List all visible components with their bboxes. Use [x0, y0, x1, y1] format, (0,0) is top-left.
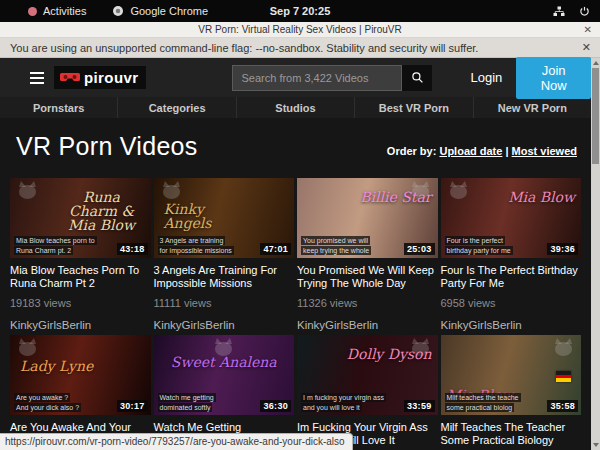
- scrollbar-thumb[interactable]: [592, 68, 599, 164]
- scrollbar-up-arrow[interactable]: [591, 58, 600, 68]
- duration-badge: 39:36: [547, 243, 578, 255]
- hamburger-menu-icon[interactable]: [30, 72, 44, 84]
- video-grid: Runa Charm & Mia Blow Mia Blow teaches p…: [10, 178, 581, 450]
- screen: Activities Google Chrome Sep 7 20:25 VR …: [0, 0, 600, 450]
- video-thumbnail[interactable]: Dolly Dyson I m fucking your virgin assa…: [297, 335, 438, 415]
- caption-line: You promised we will: [301, 236, 370, 245]
- clock[interactable]: Sep 7 20:25: [0, 5, 600, 17]
- login-link[interactable]: Login: [470, 70, 502, 85]
- thumbnail-caption: You promised we willkeep trying the whol…: [301, 236, 402, 255]
- power-icon[interactable]: [579, 6, 590, 17]
- studio-link[interactable]: KinkyGirlsBerlin: [441, 319, 582, 331]
- caption-line: birthday party for me: [445, 246, 513, 255]
- caption-line: Milf teaches the teache: [445, 393, 521, 402]
- video-title[interactable]: Milf Teaches The Teacher Some Practical …: [441, 421, 582, 447]
- order-by-label: Order by:: [387, 145, 437, 157]
- thumbnail-overlay-name: Runa Charm & Mia Blow: [59, 190, 145, 232]
- nav-best-vr-porn[interactable]: Best VR Porn: [354, 97, 472, 118]
- caption-line: Mia Blow teaches porn to: [14, 236, 97, 245]
- duration-badge: 43:18: [117, 243, 148, 255]
- tab-close-icon[interactable]: ✕: [584, 24, 592, 35]
- german-flag-icon: [556, 371, 571, 382]
- video-card[interactable]: Mia Blow Four is the perfectbirthday par…: [441, 178, 582, 331]
- video-card[interactable]: Runa Charm & Mia Blow Mia Blow teaches p…: [10, 178, 151, 331]
- scrollbar-down-arrow[interactable]: [591, 440, 600, 450]
- warning-close-icon[interactable]: ✕: [582, 41, 591, 54]
- caption-line: 3 Angels are training: [158, 236, 226, 245]
- video-thumbnail[interactable]: Runa Charm & Mia Blow Mia Blow teaches p…: [10, 178, 151, 258]
- thumbnail-caption: Watch me gettingdominated softly: [158, 393, 259, 412]
- thumbnail-overlay-name: Dolly Dyson: [347, 347, 432, 361]
- search-bar: [232, 65, 432, 91]
- page-title: VR Porn Videos: [16, 132, 198, 161]
- caption-line: I m fucking your virgin ass: [301, 393, 386, 402]
- search-input[interactable]: [232, 65, 402, 91]
- network-icon[interactable]: [553, 6, 565, 17]
- duration-badge: 25:03: [404, 243, 435, 255]
- order-by: Order by: Upload date | Most viewed: [387, 145, 577, 157]
- video-thumbnail[interactable]: Billie Star You promised we willkeep try…: [297, 178, 438, 258]
- thumbnail-caption: 3 Angels are trainingfor impossible miss…: [158, 236, 259, 255]
- studio-cat-logo-icon: [163, 185, 180, 199]
- thumbnail-caption: Milf teaches the teachesome practical bi…: [445, 393, 546, 412]
- video-card[interactable]: Kinky Angels 3 Angels are trainingfor im…: [154, 178, 295, 331]
- video-title[interactable]: Four Is The Perfect Birthday Party For M…: [441, 264, 582, 290]
- search-icon: [411, 71, 424, 84]
- view-count: 6958 views: [441, 297, 582, 309]
- duration-badge: 33:59: [404, 400, 435, 412]
- thumbnail-caption: Four is the perfectbirthday party for me: [445, 236, 546, 255]
- main-content: VR Porn Videos Order by: Upload date | M…: [0, 132, 591, 450]
- duration-badge: 35:58: [547, 400, 578, 412]
- video-thumbnail[interactable]: Sweet Analena Watch me gettingdominated …: [154, 335, 295, 415]
- tab-title: VR Porn: Virtual Reality Sex Videos | Pi…: [198, 24, 401, 35]
- thumbnail-overlay-name: Lady Lyne: [20, 359, 93, 373]
- video-title[interactable]: Mia Blow Teaches Porn To Runa Charm Pt 2: [10, 264, 151, 290]
- caption-line: and you will love it: [301, 403, 362, 412]
- search-button[interactable]: [402, 65, 432, 91]
- site-header: pirouvr Login Join Now: [0, 58, 591, 97]
- status-url-bubble: https://pirouvr.com/vr-porn-video/779325…: [0, 433, 353, 450]
- video-thumbnail[interactable]: Mia Blow Four is the perfectbirthday par…: [441, 178, 582, 258]
- caption-line: Watch me getting: [158, 393, 216, 402]
- caption-line: for impossible missions: [158, 246, 234, 255]
- video-thumbnail[interactable]: Mia Blow Milf teaches the teachesome pra…: [441, 335, 582, 415]
- video-title[interactable]: 3 Angels Are Training For Impossible Mis…: [154, 264, 295, 290]
- view-count: 19183 views: [10, 297, 151, 309]
- main-nav: Pornstars Categories Studios Best VR Por…: [0, 97, 591, 118]
- nav-studios[interactable]: Studios: [236, 97, 354, 118]
- studio-link[interactable]: KinkyGirlsBerlin: [10, 319, 151, 331]
- order-most-viewed-link[interactable]: Most viewed: [512, 145, 577, 157]
- caption-line: dominated softly: [158, 403, 213, 412]
- nav-categories[interactable]: Categories: [117, 97, 235, 118]
- warning-infobar: You are using an unsupported command-lin…: [0, 38, 600, 58]
- order-separator: |: [505, 145, 508, 157]
- title-row: VR Porn Videos Order by: Upload date | M…: [16, 132, 577, 162]
- video-thumbnail[interactable]: Lady Lyne Are you awake ?And your dick a…: [10, 335, 151, 415]
- order-upload-date-link[interactable]: Upload date: [439, 145, 502, 157]
- thumbnail-caption: Mia Blow teaches porn toRuna Charm pt. 2: [14, 236, 115, 255]
- studio-cat-logo-icon: [19, 342, 36, 356]
- studio-link[interactable]: KinkyGirlsBerlin: [154, 319, 295, 331]
- web-viewport: pirouvr Login Join Now Pornstars Categor…: [0, 58, 600, 450]
- logo-text: pirouvr: [84, 69, 138, 86]
- thumbnail-caption: Are you awake ?And your dick also ?: [14, 393, 115, 412]
- video-title[interactable]: You Promised We Will Keep Trying The Who…: [297, 264, 438, 290]
- video-thumbnail[interactable]: Kinky Angels 3 Angels are trainingfor im…: [154, 178, 295, 258]
- nav-new-vr-porn[interactable]: New VR Porn: [473, 97, 591, 118]
- view-count: 11111 views: [154, 297, 295, 309]
- caption-line: And your dick also ?: [14, 403, 81, 412]
- studio-cat-logo-icon: [19, 185, 36, 199]
- studio-link[interactable]: KinkyGirlsBerlin: [297, 319, 438, 331]
- scrollbar[interactable]: [591, 58, 600, 450]
- video-card[interactable]: Mia Blow Milf teaches the teachesome pra…: [441, 335, 582, 450]
- duration-badge: 47:01: [260, 243, 291, 255]
- duration-badge: 30:17: [117, 400, 148, 412]
- thumbnail-overlay-name: Mia Blow: [508, 190, 575, 204]
- site-logo[interactable]: pirouvr: [54, 66, 146, 89]
- video-card[interactable]: Billie Star You promised we willkeep try…: [297, 178, 438, 331]
- site-content: pirouvr Login Join Now Pornstars Categor…: [0, 58, 591, 450]
- join-now-button[interactable]: Join Now: [516, 57, 591, 99]
- caption-line: Are you awake ?: [14, 393, 70, 402]
- nav-pornstars[interactable]: Pornstars: [0, 97, 117, 118]
- studio-cat-logo-icon: [555, 342, 572, 356]
